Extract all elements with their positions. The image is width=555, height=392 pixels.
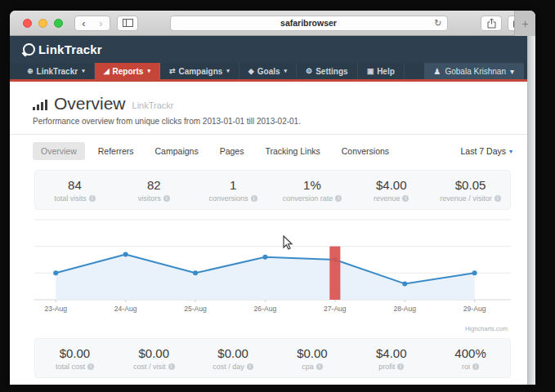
stat-value: $0.05 [431,178,510,192]
info-icon[interactable] [316,363,323,370]
stat-revenue-visitor: $0.05 revenue / visitor [431,178,510,203]
info-icon[interactable] [247,363,253,370]
chart-credit[interactable]: Highcharts.com [465,325,508,332]
chevron-down-icon: ▾ [510,67,514,76]
stat-conversions: 1 conversions [194,178,273,203]
nav-item-campaigns[interactable]: ⇄ Campaigns ▾ [160,63,239,79]
close-button[interactable] [23,19,32,28]
forward-button[interactable]: › [92,16,110,30]
stat-cpa: $0.00 cpa [272,346,351,371]
chevron-down-icon: ▾ [284,68,288,74]
nav-label: Reports [113,67,144,76]
chevron-down-icon: ▾ [226,68,230,74]
nav-item-goals[interactable]: ◆ Goals ▾ [239,63,297,79]
stat-value: $0.00 [114,346,194,360]
share-button[interactable] [481,16,502,31]
nav-item-reports[interactable]: ◢ Reports ▾ [95,63,160,79]
info-icon[interactable] [335,195,342,202]
bar-chart-icon [33,100,47,112]
stat-value: $4.00 [351,178,431,192]
minimize-button[interactable] [38,19,47,28]
traffic-lights [23,19,63,28]
info-icon[interactable] [495,195,501,202]
info-icon[interactable] [168,363,175,370]
svg-text:28-Aug: 28-Aug [393,305,416,313]
wrench-icon: ⚙ [306,67,312,75]
visits-chart[interactable]: 23-Aug24-Aug25-Aug26-Aug27-Aug28-Aug29-A… [34,213,511,334]
stat-label: total cost [56,363,85,371]
back-button[interactable]: ‹ [75,16,92,30]
date-range-label: Last 7 Days [461,146,506,156]
window-right-edge [527,36,535,385]
nav-label: Settings [316,67,347,76]
svg-text:27-Aug: 27-Aug [324,305,347,313]
stat-label: cpa [302,363,314,371]
stat-label: total visits [54,194,87,203]
stat-value: 84 [35,178,114,192]
nav-label: LinkTrackr [37,67,78,76]
stat-label: cost / day [213,363,244,371]
page-title-suffix: LinkTrackr [132,100,174,112]
camera-icon: ▣ [367,67,374,75]
linktrackr-logo-text: LinkTrackr [38,42,102,56]
page-title-block: Overview LinkTrackr Performance overview… [10,82,535,134]
tab-campaigns[interactable]: Campaigns [147,142,207,160]
refresh-icon[interactable]: ↻ [434,18,441,29]
linktrackr-logo[interactable]: LinkTrackr [23,42,102,56]
stat-total-visits: 84 total visits [35,178,114,203]
tab-conversions[interactable]: Conversions [333,142,397,160]
stat-cost-visit: $0.00 cost / visit [114,346,194,371]
stat-revenue: $4.00 revenue [351,178,431,203]
stats-top-panel: 84 total visits 82 visitors 1 conversion… [34,170,511,210]
info-icon[interactable] [472,363,479,370]
info-icon[interactable] [163,195,170,202]
page-subtitle: Performance overview from unique clicks … [33,117,512,126]
new-tab-button[interactable]: + [514,11,535,36]
info-icon[interactable] [251,195,257,202]
nav-label: Goals [257,67,280,76]
stat-visitors: 82 visitors [114,178,194,203]
stat-roi: 400% roi [431,346,510,371]
stat-value: 1 [194,178,273,192]
browser-window: ‹ › safaribrowser ↻ [10,11,535,385]
globe-icon: ⊕ [27,67,34,75]
nav-item-linktrackr[interactable]: ⊕ LinkTrackr ▾ [18,63,95,79]
date-range-dropdown[interactable]: Last 7 Days ▾ [461,146,512,156]
browser-toolbar: ‹ › safaribrowser ↻ [10,11,535,36]
stat-value: $4.00 [351,346,431,360]
url-field[interactable]: safaribrowser ↻ [170,16,448,31]
svg-text:29-Aug: 29-Aug [463,305,486,313]
info-icon[interactable] [402,195,409,202]
sidebar-icon [123,19,133,27]
stat-value: 400% [431,346,510,360]
svg-text:24-Aug: 24-Aug [114,305,137,313]
nav-item-settings[interactable]: ⚙ Settings [297,63,358,79]
info-icon[interactable] [89,195,96,202]
info-icon[interactable] [397,363,404,370]
visits-chart-svg: 23-Aug24-Aug25-Aug26-Aug27-Aug28-Aug29-A… [34,213,511,322]
svg-text:25-Aug: 25-Aug [184,305,207,313]
nav-item-help[interactable]: ▣ Help [358,63,405,79]
stat-conversion-rate: 1% conversion rate [272,178,351,203]
zoom-button[interactable] [54,19,63,28]
stat-label: visitors [138,194,161,203]
nav-label: Help [377,67,395,76]
info-icon[interactable] [87,363,94,370]
url-text: safaribrowser [280,18,337,28]
linktrackr-logo-icon [23,43,35,56]
sidebar-toggle-button[interactable] [117,16,138,31]
stat-label: conversion rate [283,194,333,203]
stat-value: $0.00 [194,346,273,360]
tab-referrers[interactable]: Referrers [90,142,142,160]
stats-bottom-panel: $0.00 total cost $0.00 cost / visit $0.0… [34,338,511,378]
stat-label: roi [462,363,470,371]
stat-value: $0.00 [35,346,114,360]
stat-profit: $4.00 profit [351,346,431,371]
user-menu-button[interactable]: ♟ Gobala Krishnan ▾ [424,63,525,79]
tab-overview[interactable]: Overview [33,142,85,160]
tab-tracking-links[interactable]: Tracking Links [257,142,328,160]
tab-pages[interactable]: Pages [212,142,253,160]
nav-label: Campaigns [178,67,222,76]
stat-label: revenue [374,194,401,203]
chevron-down-icon: ▾ [509,148,512,155]
